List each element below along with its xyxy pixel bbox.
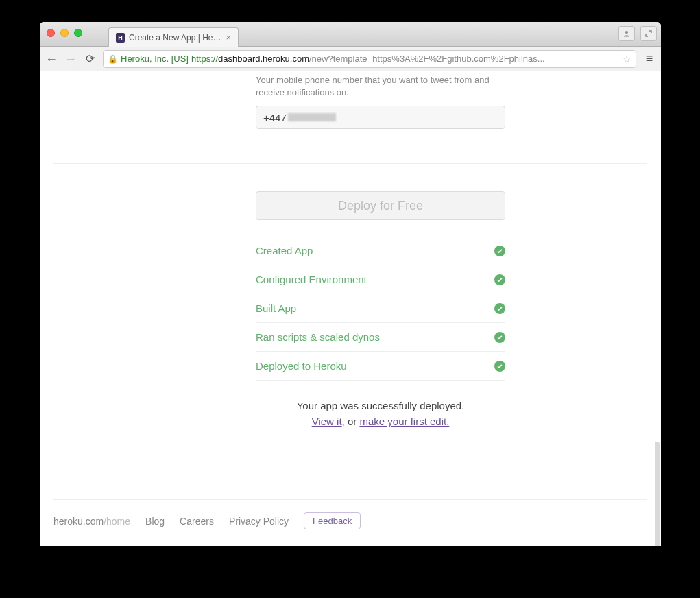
lock-icon: 🔒 — [108, 54, 118, 64]
divider — [53, 163, 647, 164]
deploy-button-label: Deploy for Free — [338, 199, 423, 213]
forward-button: → — [64, 53, 77, 65]
between-text: , or — [342, 416, 360, 427]
toolbar: ← → ⟳ 🔒 Heroku, Inc. [US] https:// dashb… — [40, 47, 661, 71]
step-label: Built App — [256, 302, 296, 314]
first-edit-link[interactable]: make your first edit. — [359, 416, 449, 427]
tab-title: Create a New App | Heroku — [129, 33, 221, 43]
ssl-org: Heroku, Inc. [US] — [121, 53, 189, 64]
check-icon — [494, 274, 505, 285]
user-icon[interactable] — [618, 26, 635, 41]
page-content: Your mobile phone number that you want t… — [40, 71, 661, 546]
fullscreen-icon[interactable] — [640, 26, 657, 41]
feedback-button[interactable]: Feedback — [304, 512, 361, 529]
phone-input[interactable]: +447 — [256, 106, 505, 129]
url-protocol: https:// — [191, 53, 218, 64]
view-app-link[interactable]: View it — [312, 416, 342, 427]
success-line: Your app was successfully deployed. — [256, 400, 505, 411]
phone-value-prefix: +447 — [263, 112, 287, 123]
footer-brand-domain: heroku.com — [53, 516, 104, 527]
back-button[interactable]: ← — [45, 53, 58, 65]
window-controls — [40, 26, 89, 37]
step-label: Configured Environment — [256, 274, 367, 285]
check-icon — [494, 361, 505, 372]
phone-help-text: Your mobile phone number that you want t… — [256, 74, 505, 99]
url-path: /new?template=https%3A%2F%2Fgithub.com%2… — [309, 53, 545, 64]
titlebar: H Create a New App | Heroku × — [40, 22, 661, 47]
step-built-app: Built App — [256, 294, 505, 323]
step-label: Deployed to Heroku — [256, 360, 347, 372]
browser-window: H Create a New App | Heroku × ← → ⟳ 🔒 He… — [40, 22, 661, 546]
footer-link-blog[interactable]: Blog — [145, 516, 165, 527]
address-bar[interactable]: 🔒 Heroku, Inc. [US] https:// dashboard.h… — [103, 50, 636, 68]
zoom-window-icon[interactable] — [74, 29, 82, 37]
deploy-steps: Created App Configured Environment Built… — [256, 237, 505, 381]
step-label: Created App — [256, 245, 313, 256]
reload-button[interactable]: ⟳ — [84, 53, 96, 64]
check-icon — [494, 303, 505, 314]
step-created-app: Created App — [256, 237, 505, 265]
step-deployed: Deployed to Heroku — [256, 352, 505, 381]
footer-link-careers[interactable]: Careers — [180, 516, 214, 527]
step-label: Ran scripts & scaled dynos — [256, 331, 380, 343]
bookmark-star-icon[interactable]: ☆ — [620, 53, 631, 64]
scrollbar[interactable] — [655, 442, 660, 546]
footer-brand-path: /home — [104, 516, 130, 527]
browser-tab[interactable]: H Create a New App | Heroku × — [108, 27, 239, 47]
hamburger-menu-icon[interactable]: ≡ — [643, 51, 655, 66]
close-window-icon[interactable] — [47, 29, 55, 37]
deploy-button[interactable]: Deploy for Free — [256, 191, 505, 220]
close-tab-icon[interactable]: × — [226, 32, 231, 43]
phone-field-group: Your mobile phone number that you want t… — [256, 71, 505, 129]
minimize-window-icon[interactable] — [60, 29, 69, 37]
footer: heroku.com/home Blog Careers Privacy Pol… — [53, 499, 647, 546]
footer-brand[interactable]: heroku.com/home — [53, 516, 130, 527]
step-scaled-dynos: Ran scripts & scaled dynos — [256, 323, 505, 352]
step-configured-env: Configured Environment — [256, 265, 505, 294]
footer-link-privacy[interactable]: Privacy Policy — [229, 516, 289, 527]
check-icon — [494, 246, 505, 256]
redacted-phone-icon — [288, 113, 336, 121]
svg-point-0 — [625, 31, 628, 34]
success-message: Your app was successfully deployed. View… — [256, 400, 505, 427]
check-icon — [494, 332, 505, 343]
url-host: dashboard.heroku.com — [218, 53, 309, 64]
heroku-favicon-icon: H — [116, 33, 125, 43]
